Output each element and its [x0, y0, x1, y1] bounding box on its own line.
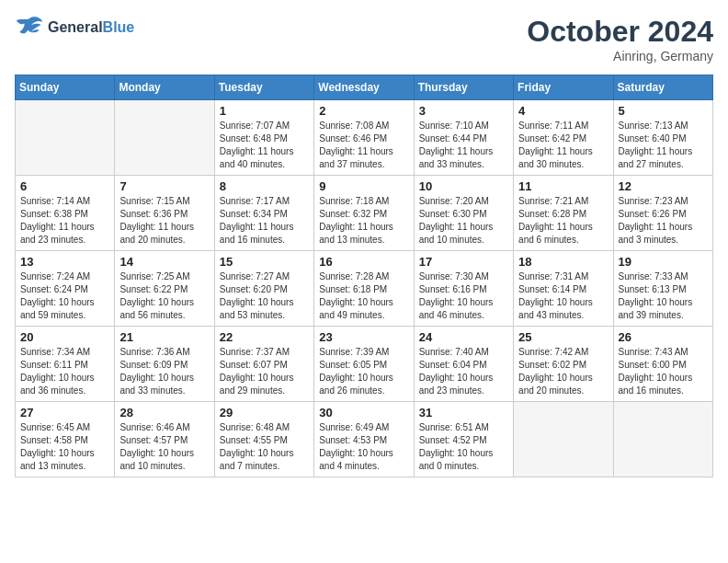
calendar-cell: 5 Sunrise: 7:13 AMSunset: 6:40 PMDayligh…: [613, 100, 712, 176]
day-number: 14: [119, 255, 209, 269]
day-info: Sunrise: 7:31 AMSunset: 6:14 PMDaylight:…: [518, 270, 608, 322]
day-number: 13: [20, 255, 109, 269]
day-number: 23: [319, 330, 408, 344]
day-info: Sunrise: 7:10 AMSunset: 6:44 PMDaylight:…: [419, 120, 508, 171]
calendar-cell: 10 Sunrise: 7:20 AMSunset: 6:30 PMDaylig…: [414, 176, 513, 251]
calendar-week-row: 20 Sunrise: 7:34 AMSunset: 6:11 PMDaylig…: [16, 327, 713, 402]
calendar-cell: 15 Sunrise: 7:27 AMSunset: 6:20 PMDaylig…: [214, 251, 313, 327]
calendar-cell: 25 Sunrise: 7:42 AMSunset: 6:02 PMDaylig…: [514, 327, 613, 402]
calendar-week-row: 1 Sunrise: 7:07 AMSunset: 6:48 PMDayligh…: [16, 100, 713, 176]
logo: GeneralBlue: [15, 15, 134, 40]
day-number: 30: [319, 406, 408, 419]
day-info: Sunrise: 7:28 AMSunset: 6:18 PMDaylight:…: [319, 270, 408, 322]
page-header: GeneralBlue October 2024 Ainring, German…: [15, 15, 713, 63]
day-number: 26: [619, 330, 708, 344]
calendar-cell: 4 Sunrise: 7:11 AMSunset: 6:42 PMDayligh…: [514, 100, 613, 176]
calendar-cell: [613, 402, 712, 477]
day-info: Sunrise: 6:49 AMSunset: 4:53 PMDaylight:…: [319, 421, 408, 473]
day-info: Sunrise: 7:24 AMSunset: 6:24 PMDaylight:…: [20, 270, 109, 322]
calendar-cell: [514, 402, 613, 477]
day-number: 2: [319, 104, 408, 118]
day-number: 29: [220, 406, 309, 419]
weekday-header: Monday: [115, 75, 214, 100]
day-info: Sunrise: 7:37 AMSunset: 6:07 PMDaylight:…: [220, 346, 309, 397]
calendar-cell: [16, 100, 115, 176]
title-block: October 2024 Ainring, Germany: [527, 15, 713, 63]
day-number: 7: [119, 179, 209, 193]
calendar-cell: 12 Sunrise: 7:23 AMSunset: 6:26 PMDaylig…: [613, 176, 712, 251]
day-info: Sunrise: 7:11 AMSunset: 6:42 PMDaylight:…: [518, 120, 608, 171]
day-number: 12: [619, 179, 708, 193]
day-info: Sunrise: 7:14 AMSunset: 6:38 PMDaylight:…: [20, 195, 109, 247]
day-info: Sunrise: 7:13 AMSunset: 6:40 PMDaylight:…: [619, 120, 708, 171]
calendar-week-row: 27 Sunrise: 6:45 AMSunset: 4:58 PMDaylig…: [16, 402, 713, 477]
calendar-cell: 24 Sunrise: 7:40 AMSunset: 6:04 PMDaylig…: [414, 327, 513, 402]
day-number: 4: [518, 104, 608, 118]
day-number: 10: [419, 179, 508, 193]
calendar-cell: 30 Sunrise: 6:49 AMSunset: 4:53 PMDaylig…: [314, 402, 414, 477]
day-info: Sunrise: 6:48 AMSunset: 4:55 PMDaylight:…: [220, 421, 309, 473]
day-info: Sunrise: 7:40 AMSunset: 6:04 PMDaylight:…: [419, 346, 508, 397]
day-number: 16: [319, 255, 408, 269]
day-info: Sunrise: 7:17 AMSunset: 6:34 PMDaylight:…: [220, 195, 309, 247]
day-number: 20: [20, 330, 109, 344]
day-info: Sunrise: 7:21 AMSunset: 6:28 PMDaylight:…: [518, 195, 608, 247]
day-info: Sunrise: 6:45 AMSunset: 4:58 PMDaylight:…: [20, 421, 109, 473]
day-info: Sunrise: 7:08 AMSunset: 6:46 PMDaylight:…: [319, 120, 408, 171]
calendar-cell: 7 Sunrise: 7:15 AMSunset: 6:36 PMDayligh…: [115, 176, 214, 251]
calendar-cell: 9 Sunrise: 7:18 AMSunset: 6:32 PMDayligh…: [314, 176, 414, 251]
day-info: Sunrise: 7:25 AMSunset: 6:22 PMDaylight:…: [119, 270, 209, 322]
calendar-cell: [115, 100, 214, 176]
day-info: Sunrise: 6:46 AMSunset: 4:57 PMDaylight:…: [119, 421, 209, 473]
day-info: Sunrise: 7:15 AMSunset: 6:36 PMDaylight:…: [119, 195, 209, 247]
day-number: 1: [220, 104, 309, 118]
location: Ainring, Germany: [527, 49, 713, 63]
weekday-header: Sunday: [16, 75, 115, 100]
calendar-cell: 29 Sunrise: 6:48 AMSunset: 4:55 PMDaylig…: [214, 402, 313, 477]
weekday-header: Thursday: [414, 75, 513, 100]
calendar-cell: 28 Sunrise: 6:46 AMSunset: 4:57 PMDaylig…: [115, 402, 214, 477]
calendar-table: SundayMondayTuesdayWednesdayThursdayFrid…: [15, 75, 713, 477]
calendar-cell: 18 Sunrise: 7:31 AMSunset: 6:14 PMDaylig…: [514, 251, 613, 327]
logo-text: GeneralBlue: [48, 18, 134, 36]
calendar-cell: 21 Sunrise: 7:36 AMSunset: 6:09 PMDaylig…: [115, 327, 214, 402]
weekday-header: Friday: [514, 75, 613, 100]
calendar-cell: 6 Sunrise: 7:14 AMSunset: 6:38 PMDayligh…: [16, 176, 115, 251]
month-title: October 2024: [527, 15, 713, 49]
calendar-week-row: 6 Sunrise: 7:14 AMSunset: 6:38 PMDayligh…: [16, 176, 713, 251]
day-number: 5: [619, 104, 708, 118]
calendar-cell: 31 Sunrise: 6:51 AMSunset: 4:52 PMDaylig…: [414, 402, 513, 477]
day-info: Sunrise: 7:34 AMSunset: 6:11 PMDaylight:…: [20, 346, 109, 397]
calendar-cell: 1 Sunrise: 7:07 AMSunset: 6:48 PMDayligh…: [214, 100, 313, 176]
day-number: 3: [419, 104, 508, 118]
day-info: Sunrise: 7:18 AMSunset: 6:32 PMDaylight:…: [319, 195, 408, 247]
day-number: 19: [619, 255, 708, 269]
day-info: Sunrise: 7:33 AMSunset: 6:13 PMDaylight:…: [619, 270, 708, 322]
weekday-header: Saturday: [613, 75, 712, 100]
calendar-cell: 26 Sunrise: 7:43 AMSunset: 6:00 PMDaylig…: [613, 327, 712, 402]
calendar-cell: 3 Sunrise: 7:10 AMSunset: 6:44 PMDayligh…: [414, 100, 513, 176]
weekday-header-row: SundayMondayTuesdayWednesdayThursdayFrid…: [16, 75, 713, 100]
day-number: 21: [119, 330, 209, 344]
day-number: 17: [419, 255, 508, 269]
calendar-cell: 2 Sunrise: 7:08 AMSunset: 6:46 PMDayligh…: [314, 100, 414, 176]
day-info: Sunrise: 7:07 AMSunset: 6:48 PMDaylight:…: [220, 120, 309, 171]
day-info: Sunrise: 7:42 AMSunset: 6:02 PMDaylight:…: [518, 346, 608, 397]
calendar-cell: 22 Sunrise: 7:37 AMSunset: 6:07 PMDaylig…: [214, 327, 313, 402]
weekday-header: Wednesday: [314, 75, 414, 100]
day-info: Sunrise: 6:51 AMSunset: 4:52 PMDaylight:…: [419, 421, 508, 473]
weekday-header: Tuesday: [214, 75, 313, 100]
day-number: 8: [220, 179, 309, 193]
day-number: 22: [220, 330, 309, 344]
day-number: 15: [220, 255, 309, 269]
day-number: 18: [518, 255, 608, 269]
day-number: 31: [419, 406, 508, 419]
logo-icon: [15, 15, 44, 40]
day-info: Sunrise: 7:20 AMSunset: 6:30 PMDaylight:…: [419, 195, 508, 247]
calendar-cell: 11 Sunrise: 7:21 AMSunset: 6:28 PMDaylig…: [514, 176, 613, 251]
day-number: 24: [419, 330, 508, 344]
calendar-cell: 13 Sunrise: 7:24 AMSunset: 6:24 PMDaylig…: [16, 251, 115, 327]
calendar-cell: 23 Sunrise: 7:39 AMSunset: 6:05 PMDaylig…: [314, 327, 414, 402]
day-number: 28: [119, 406, 209, 419]
day-info: Sunrise: 7:30 AMSunset: 6:16 PMDaylight:…: [419, 270, 508, 322]
